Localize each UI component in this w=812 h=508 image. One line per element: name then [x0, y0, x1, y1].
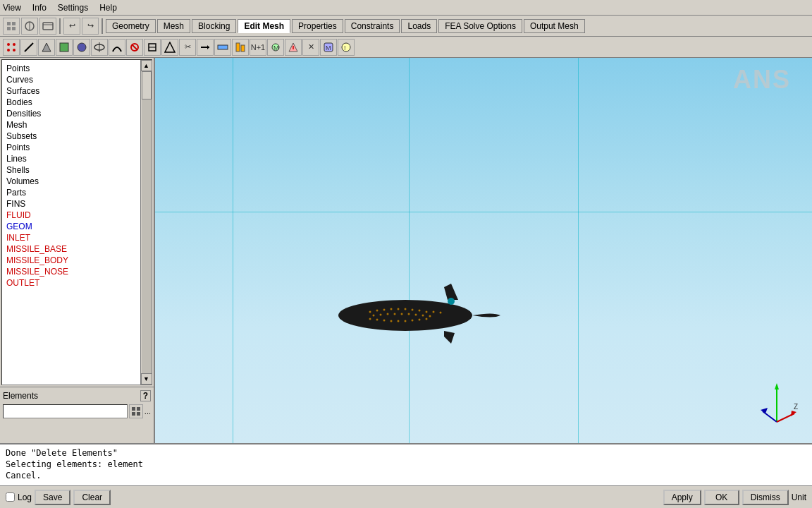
- elements-grid-btn[interactable]: [129, 404, 143, 418]
- tree-item-subsets[interactable]: Subsets: [4, 131, 150, 142]
- icon-btn-2[interactable]: [21, 18, 38, 35]
- tab-fea-solve[interactable]: FEA Solve Options: [438, 19, 522, 33]
- menu-info[interactable]: Info: [32, 3, 47, 13]
- menu-settings[interactable]: Settings: [58, 3, 88, 13]
- grid-line-v1: [233, 58, 233, 443]
- tree-item-parts[interactable]: Parts: [4, 187, 150, 198]
- viewport[interactable]: ANS: [155, 58, 812, 443]
- tree-item-shells[interactable]: Shells: [4, 164, 150, 176]
- tool-7[interactable]: [109, 39, 125, 56]
- tool-8[interactable]: [126, 39, 143, 56]
- svg-line-19: [132, 44, 137, 50]
- elements-title: Elements: [3, 391, 38, 401]
- menu-view[interactable]: View: [3, 3, 21, 13]
- bottom-toolbar: Log Save Clear Apply OK Dismiss Unit: [0, 485, 812, 508]
- scroll-up-arrow[interactable]: ▲: [141, 60, 152, 71]
- tree-item-geom[interactable]: GEOM: [4, 221, 150, 232]
- tree-item-surfaces[interactable]: Surfaces: [4, 85, 150, 97]
- tab-geometry[interactable]: Geometry: [106, 19, 156, 33]
- tree-item-missile-body[interactable]: MISSILE_BODY: [4, 255, 150, 266]
- save-button[interactable]: Save: [35, 490, 70, 505]
- elements-input[interactable]: [3, 404, 128, 418]
- tree-item-missile-base[interactable]: MISSILE_BASE: [4, 243, 150, 255]
- undo-btn[interactable]: ↩: [63, 18, 80, 35]
- tree-item-points[interactable]: Points: [4, 63, 150, 74]
- scroll-down-arrow[interactable]: ▼: [141, 373, 152, 385]
- svg-rect-6: [43, 23, 53, 30]
- elements-input-row: ...: [3, 404, 151, 418]
- svg-point-54: [440, 312, 442, 314]
- scroll-track: [142, 71, 152, 373]
- svg-text:!: !: [344, 44, 346, 52]
- svg-rect-3: [12, 27, 16, 30]
- tree-item-inlet[interactable]: INLET: [4, 232, 150, 243]
- svg-point-15: [78, 43, 86, 52]
- tool-select-elems[interactable]: [56, 39, 73, 56]
- tool-9[interactable]: [144, 39, 161, 56]
- tree-item-volumes[interactable]: Volumes: [4, 176, 150, 187]
- tree-item-points2[interactable]: Points: [4, 142, 150, 153]
- tree-item-curves[interactable]: Curves: [4, 74, 150, 85]
- tool-18[interactable]: ✕: [302, 39, 319, 56]
- svg-point-55: [373, 315, 375, 317]
- svg-point-49: [405, 308, 407, 310]
- tab-constraints[interactable]: Constraints: [345, 19, 400, 33]
- tool-15[interactable]: N+1: [250, 39, 266, 56]
- svg-point-46: [383, 309, 386, 311]
- tool-select-curves[interactable]: [20, 39, 37, 56]
- svg-text:M: M: [273, 44, 279, 52]
- tool-20[interactable]: !: [338, 39, 355, 56]
- svg-point-59: [401, 313, 403, 315]
- icon-btn-1[interactable]: [3, 18, 20, 35]
- tree-scrollbar[interactable]: ▲ ▼: [140, 60, 152, 385]
- ok-button[interactable]: OK: [704, 490, 739, 505]
- scroll-thumb[interactable]: [142, 71, 152, 99]
- tab-blocking[interactable]: Blocking: [192, 19, 236, 33]
- axis-indicator: Z: [756, 380, 798, 429]
- apply-button[interactable]: Apply: [663, 490, 701, 505]
- tool-11[interactable]: ✂: [179, 39, 196, 56]
- clear-button[interactable]: Clear: [73, 490, 111, 505]
- svg-point-58: [394, 313, 396, 315]
- elements-ellipsis[interactable]: ...: [144, 407, 151, 416]
- tool-13[interactable]: [214, 39, 231, 56]
- tree-item-fins[interactable]: FINS: [4, 198, 150, 210]
- tree-item-densities[interactable]: Densities: [4, 108, 150, 119]
- redo-btn[interactable]: ↪: [82, 18, 99, 35]
- svg-point-10: [7, 49, 10, 52]
- tool-12[interactable]: [197, 39, 214, 56]
- elements-help-icon[interactable]: ?: [140, 390, 151, 401]
- tool-17[interactable]: [285, 39, 302, 56]
- tree-item-bodies[interactable]: Bodies: [4, 97, 150, 108]
- menu-help[interactable]: Help: [99, 3, 117, 13]
- status-line-2: Selecting elements: element: [6, 459, 806, 470]
- tool-6[interactable]: [91, 39, 108, 56]
- grid-line-v3: [578, 58, 579, 443]
- tab-mesh[interactable]: Mesh: [157, 19, 190, 33]
- tool-16[interactable]: M: [267, 39, 284, 56]
- tool-19[interactable]: M: [320, 39, 337, 56]
- tool-10[interactable]: [161, 39, 178, 56]
- tree-item-missile-nose[interactable]: MISSILE_NOSE: [4, 266, 150, 277]
- tree-item-outlet[interactable]: OUTLET: [4, 277, 150, 289]
- elements-section: Elements ? ...: [0, 387, 154, 443]
- tool-5[interactable]: [73, 39, 90, 56]
- dismiss-button[interactable]: Dismiss: [742, 490, 789, 505]
- tab-output-mesh[interactable]: Output Mesh: [524, 19, 585, 33]
- tool-14[interactable]: [232, 39, 249, 56]
- tab-properties[interactable]: Properties: [292, 19, 343, 33]
- log-checkbox[interactable]: [6, 492, 15, 502]
- tab-loads[interactable]: Loads: [401, 19, 437, 33]
- tool-select-pts[interactable]: [3, 39, 20, 56]
- tree-item-mesh[interactable]: Mesh: [4, 119, 150, 131]
- tree-item-lines[interactable]: Lines: [4, 153, 150, 164]
- tree-item-fluid[interactable]: FLUID: [4, 210, 150, 221]
- tool-select-surfs[interactable]: [38, 39, 55, 56]
- svg-rect-26: [236, 43, 240, 52]
- icon-btn-3[interactable]: [39, 18, 56, 35]
- svg-point-44: [369, 311, 371, 313]
- svg-rect-36: [132, 407, 135, 411]
- svg-rect-27: [241, 45, 245, 52]
- svg-point-34: [342, 43, 350, 52]
- tab-edit-mesh[interactable]: Edit Mesh: [238, 19, 290, 33]
